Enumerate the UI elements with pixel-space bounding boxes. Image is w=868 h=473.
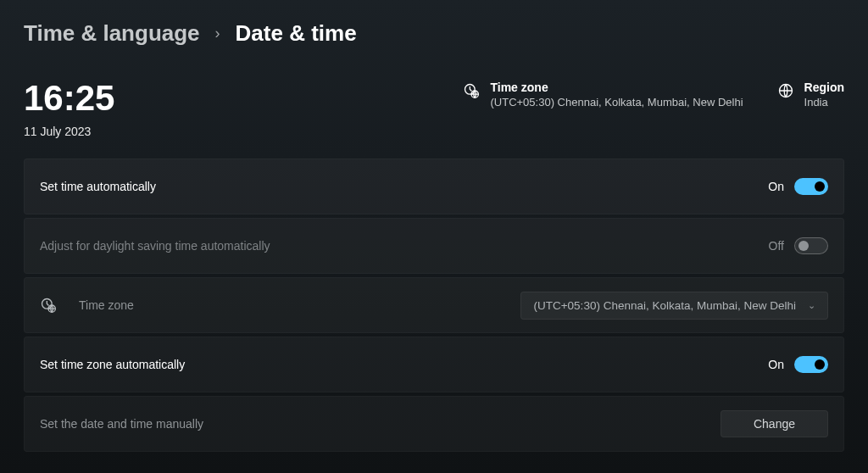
breadcrumb: Time & language › Date & time [24, 20, 844, 47]
toggle-state-text: On [768, 180, 784, 193]
timezone-select[interactable]: (UTC+05:30) Chennai, Kolkata, Mumbai, Ne… [520, 292, 828, 320]
card-set-time-automatically[interactable]: Set time automatically On [24, 159, 844, 214]
card-label: Set the date and time manually [40, 417, 203, 431]
select-value: (UTC+05:30) Chennai, Kolkata, Mumbai, Ne… [533, 299, 796, 312]
hero-region-label: Region [804, 81, 844, 94]
card-label: Set time zone automatically [40, 358, 185, 371]
hero-time-block: 16:25 11 July 2023 [24, 81, 114, 138]
hero-timezone-value: (UTC+05:30) Chennai, Kolkata, Mumbai, Ne… [490, 96, 743, 109]
hero-timezone-info: Time zone (UTC+05:30) Chennai, Kolkata, … [463, 81, 743, 109]
toggle-set-time-automatically[interactable] [794, 178, 828, 195]
hero-row: 16:25 11 July 2023 Time zone (UTC+05:30)… [24, 81, 844, 138]
hero-timezone-label: Time zone [490, 81, 743, 94]
toggle-set-timezone-automatically[interactable] [794, 356, 828, 373]
hero-region-value: India [804, 96, 844, 109]
breadcrumb-parent[interactable]: Time & language [24, 20, 200, 47]
hero-time: 16:25 [24, 81, 114, 116]
chevron-right-icon: › [215, 25, 220, 42]
change-button[interactable]: Change [721, 410, 828, 437]
card-timezone[interactable]: Time zone (UTC+05:30) Chennai, Kolkata, … [24, 277, 844, 333]
hero-date: 11 July 2023 [24, 125, 114, 138]
card-label: Adjust for daylight saving time automati… [40, 239, 270, 253]
clock-globe-icon [463, 82, 480, 99]
card-set-date-time-manually: Set the date and time manually Change [24, 396, 844, 452]
clock-globe-icon [40, 297, 57, 314]
card-set-timezone-automatically[interactable]: Set time zone automatically On [24, 337, 844, 392]
breadcrumb-current: Date & time [236, 20, 357, 47]
card-dst-automatically: Adjust for daylight saving time automati… [24, 218, 844, 274]
chevron-down-icon: ⌄ [808, 300, 815, 311]
globe-icon [777, 82, 794, 99]
toggle-state-text: Off [769, 239, 784, 253]
toggle-dst [794, 237, 828, 254]
card-label: Set time automatically [40, 180, 156, 193]
card-label: Time zone [79, 298, 134, 312]
hero-region-info: Region India [777, 81, 844, 109]
toggle-state-text: On [768, 358, 784, 371]
